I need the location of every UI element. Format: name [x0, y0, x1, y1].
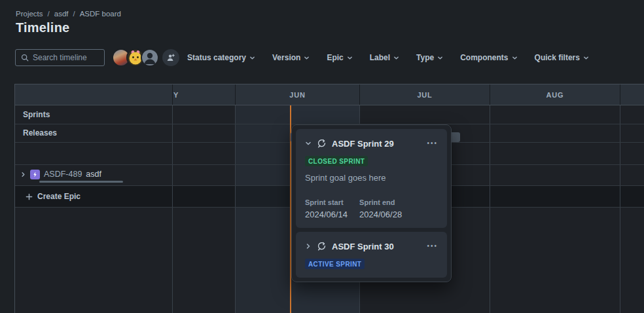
chevron-down-icon — [393, 55, 399, 61]
month-cell-may: Y — [172, 84, 235, 105]
sprint-more-menu-button[interactable]: ••• — [427, 140, 438, 147]
avatar-placeholder[interactable] — [141, 48, 159, 67]
epic-icon — [30, 170, 40, 179]
chevron-right-icon[interactable] — [20, 172, 26, 177]
sprint-start-value: 2024/06/14 — [305, 210, 348, 219]
chevron-down-icon — [249, 55, 255, 61]
sprint-end-field: Sprint end 2024/06/28 — [359, 198, 402, 219]
chevron-down-icon — [347, 55, 353, 61]
epic-row[interactable]: ASDF-489 asdf — [20, 168, 101, 181]
sprint-title: ASDF Sprint 29 — [332, 139, 421, 149]
filter-label: Status category — [187, 53, 246, 62]
epic-progress-bar — [39, 181, 123, 183]
month-cell-jun: JUN — [235, 84, 359, 105]
row-label-releases: Releases — [23, 128, 57, 138]
sprint-card-header: ASDF Sprint 30 ••• — [305, 240, 438, 252]
chevron-right-icon[interactable] — [305, 243, 312, 249]
breadcrumb-separator: / — [48, 10, 50, 18]
breadcrumb-project[interactable]: asdf — [54, 10, 69, 18]
month-cell-next — [620, 84, 644, 105]
sprint-end-value: 2024/06/28 — [359, 210, 402, 219]
filter-status-category[interactable]: Status category — [187, 53, 255, 62]
breadcrumb-projects[interactable]: Projects — [16, 10, 43, 18]
sprint-status-badge: CLOSED SPRINT — [305, 156, 368, 166]
chevron-down-icon — [583, 55, 589, 61]
jira-timeline-page: Projects / asdf / ASDF board Timeline — [0, 0, 644, 313]
sprint-icon — [317, 242, 327, 251]
sprint-more-menu-button[interactable]: ••• — [427, 243, 438, 249]
sprint-card-header: ASDF Sprint 29 ••• — [305, 138, 438, 149]
filter-label: Label — [370, 53, 390, 62]
sprint-goal: Sprint goal goes here — [305, 173, 438, 183]
plus-icon — [26, 193, 33, 200]
chevron-down-icon — [304, 55, 310, 61]
filter-label: Epic — [327, 53, 343, 62]
search-icon — [21, 54, 29, 62]
avatar-group — [112, 48, 159, 67]
filter-label: Components — [460, 53, 508, 62]
sprint-details-popup: ASDF Sprint 29 ••• CLOSED SPRINT Sprint … — [291, 124, 452, 282]
epic-key: ASDF-489 — [44, 170, 82, 179]
add-people-button[interactable] — [162, 49, 179, 66]
filter-version[interactable]: Version — [272, 53, 310, 62]
filter-type[interactable]: Type — [416, 53, 443, 62]
grid-line-vertical — [620, 105, 620, 313]
sprint-card-30: ASDF Sprint 30 ••• ACTIVE SPRINT — [296, 232, 447, 278]
search-input[interactable] — [33, 53, 99, 62]
grid-line-vertical — [490, 105, 490, 313]
timeline-month-header: Y JUN JUL AUG — [15, 84, 644, 105]
filter-epic[interactable]: Epic — [327, 53, 352, 62]
chevron-down-icon — [437, 55, 443, 61]
breadcrumb-separator: / — [73, 10, 75, 18]
sprint-card-29: ASDF Sprint 29 ••• CLOSED SPRINT Sprint … — [296, 129, 447, 228]
row-label-sprints: Sprints — [23, 110, 50, 119]
grid-line-vertical — [235, 105, 236, 313]
breadcrumb-board[interactable]: ASDF board — [80, 10, 121, 18]
sprint-start-field: Sprint start 2024/06/14 — [305, 198, 348, 219]
month-cell-jul: JUL — [359, 84, 490, 105]
sprint-icon — [317, 139, 327, 149]
create-epic-label: Create Epic — [37, 192, 80, 201]
filter-label: Type — [416, 53, 434, 62]
sprint-status-badge: ACTIVE SPRINT — [305, 259, 365, 269]
breadcrumb: Projects / asdf / ASDF board — [16, 10, 121, 18]
month-cell-aug: AUG — [490, 84, 620, 105]
filter-label: Quick filters — [535, 53, 580, 62]
sprint-end-label: Sprint end — [359, 198, 402, 206]
chevron-down-icon — [512, 55, 518, 61]
page-title: Timeline — [16, 20, 69, 35]
epic-summary: asdf — [86, 170, 101, 179]
filter-label[interactable]: Label — [370, 53, 399, 62]
sprint-dates: Sprint start 2024/06/14 Sprint end 2024/… — [305, 198, 438, 219]
grid-line-vertical — [172, 105, 173, 313]
sprint-title: ASDF Sprint 30 — [332, 242, 421, 251]
chevron-down-icon[interactable] — [305, 140, 312, 147]
filter-bar: Status category Version Epic Label Type … — [187, 48, 589, 67]
search-timeline-box[interactable] — [15, 49, 105, 66]
person-add-icon — [166, 53, 175, 62]
filter-components[interactable]: Components — [460, 53, 517, 62]
filter-quick-filters[interactable]: Quick filters — [535, 53, 589, 62]
filter-label: Version — [272, 53, 300, 62]
sprint-start-label: Sprint start — [305, 198, 348, 206]
create-epic-button[interactable]: Create Epic — [26, 191, 80, 202]
